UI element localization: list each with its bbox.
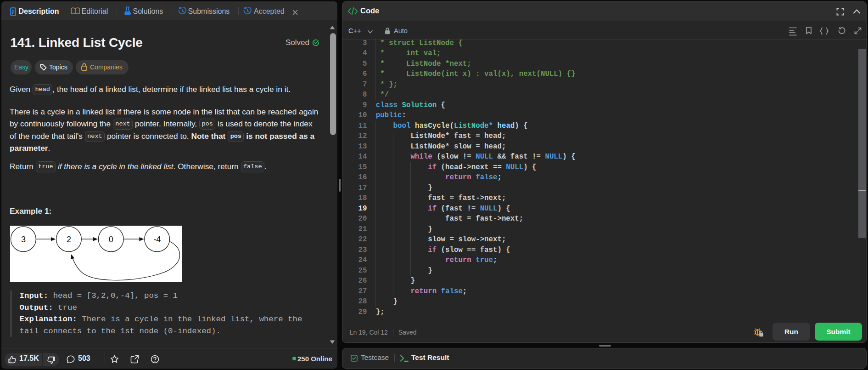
- svg-text:0: 0: [108, 234, 113, 244]
- svg-text:-4: -4: [153, 234, 161, 244]
- svg-text:2: 2: [66, 234, 71, 244]
- svg-text:3: 3: [21, 234, 25, 244]
